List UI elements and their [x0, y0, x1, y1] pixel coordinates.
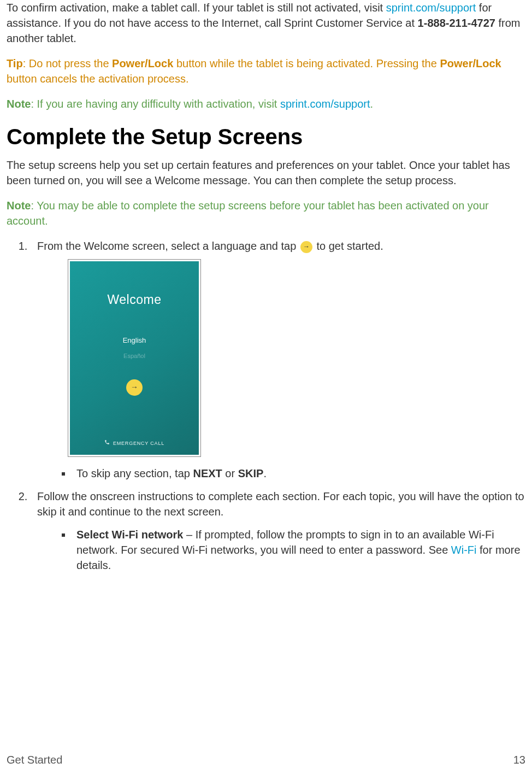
tip-label: Tip — [7, 57, 23, 69]
power-lock-text: Power/Lock — [112, 57, 173, 69]
text: or — [222, 467, 238, 479]
text: : Do not press the — [23, 57, 112, 69]
page-footer: Get Started 13 — [7, 752, 525, 767]
arrow-right-icon: → — [126, 379, 143, 396]
emergency-call: EMERGENCY CALL — [104, 439, 164, 447]
paragraph-note-activation: Note: If you are having any difficulty w… — [7, 96, 525, 112]
heading-complete-setup: Complete the Setup Screens — [7, 121, 525, 152]
phone-number: 1-888-211-4727 — [418, 17, 495, 29]
wifi-label: Select Wi-Fi network — [76, 529, 183, 541]
arrow-right-icon: → — [300, 241, 312, 253]
text: To confirm activation, make a tablet cal… — [7, 2, 386, 14]
power-lock-text: Power/Lock — [440, 57, 501, 69]
emergency-call-label: EMERGENCY CALL — [113, 440, 164, 447]
step-2: Follow the onscreen instructions to comp… — [31, 489, 525, 573]
next-label: NEXT — [193, 467, 222, 479]
link-sprint-support[interactable]: sprint.com/support — [386, 2, 476, 14]
screenshot-welcome: Welcome English Español → EMERGENCY CALL — [68, 259, 201, 457]
text: . — [263, 467, 267, 479]
link-sprint-support[interactable]: sprint.com/support — [280, 98, 370, 110]
text: From the Welcome screen, select a langua… — [37, 240, 299, 252]
language-espanol: Español — [123, 352, 145, 360]
welcome-title: Welcome — [108, 291, 162, 308]
text: . — [370, 98, 373, 110]
link-wifi[interactable]: Wi-Fi — [451, 544, 477, 556]
paragraph-tip: Tip: Do not press the Power/Lock button … — [7, 56, 525, 86]
note-label: Note — [7, 98, 31, 110]
text: to get started. — [314, 240, 383, 252]
tip-body: : Do not press the Power/Lock button whi… — [7, 57, 501, 85]
note-body: : If you are having any difficulty with … — [31, 98, 373, 110]
language-english: English — [123, 336, 146, 345]
footer-section: Get Started — [7, 752, 62, 767]
bullet-wifi: Select Wi-Fi network – If prompted, foll… — [72, 527, 525, 573]
paragraph-setup-intro: The setup screens help you set up certai… — [7, 157, 525, 188]
screenshot-welcome-inner: Welcome English Español → EMERGENCY CALL — [70, 261, 199, 455]
text: To skip any section, tap — [76, 467, 193, 479]
note-body: : You may be able to complete the setup … — [7, 200, 489, 227]
paragraph-activation-confirm: To confirm activation, make a tablet cal… — [7, 0, 525, 46]
text: : If you are having any difficulty with … — [31, 98, 280, 110]
step-1: From the Welcome screen, select a langua… — [31, 238, 525, 481]
text: button cancels the activation process. — [7, 73, 189, 85]
text: Follow the onscreen instructions to comp… — [37, 490, 524, 518]
phone-icon — [104, 439, 110, 447]
text: button while the tablet is being activat… — [173, 57, 440, 69]
bullet-skip-section: To skip any section, tap NEXT or SKIP. — [72, 466, 525, 481]
footer-page-number: 13 — [513, 752, 525, 767]
note-label: Note — [7, 200, 31, 212]
skip-label: SKIP — [238, 467, 264, 479]
paragraph-note-setup: Note: You may be able to complete the se… — [7, 198, 525, 228]
